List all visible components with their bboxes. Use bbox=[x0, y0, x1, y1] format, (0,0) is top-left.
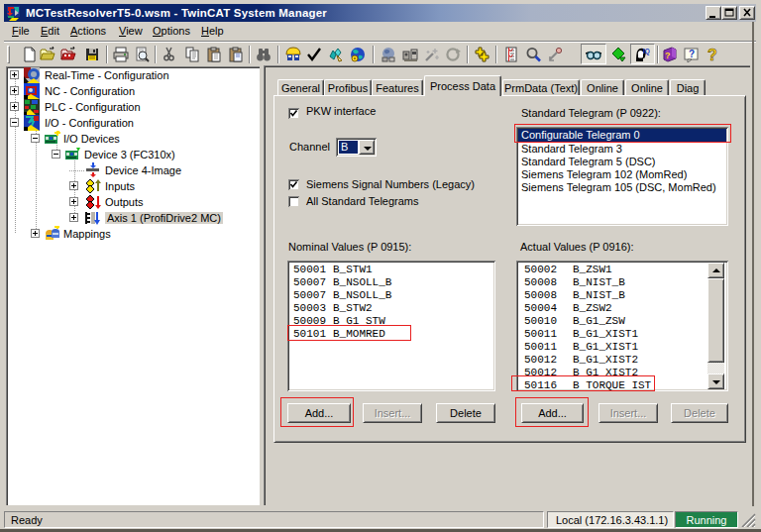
svg-text:IQ: IQ bbox=[643, 48, 650, 55]
svg-text:?: ? bbox=[707, 47, 717, 62]
svg-text:?: ? bbox=[665, 51, 671, 60]
svg-text:?: ? bbox=[689, 49, 695, 59]
